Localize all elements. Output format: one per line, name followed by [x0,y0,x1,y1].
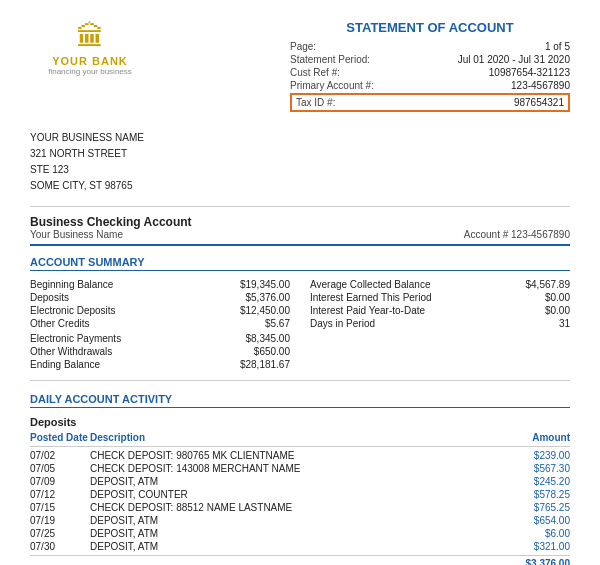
bank-tagline: financing your business [48,67,132,76]
cust-ref-row: Cust Ref #: 10987654-321123 [290,67,570,78]
activity-section: DAILY ACCOUNT ACTIVITY Deposits Posted D… [30,393,570,565]
bank-name: YOUR BANK [52,55,128,67]
col-date-header: Posted Date [30,432,90,443]
tax-id-value: 987654321 [514,97,564,108]
page-value: 1 of 5 [545,41,570,52]
col-desc-header: Description [90,432,500,443]
page-row: Page: 1 of 5 [290,41,570,52]
address-line2: 321 NORTH STREET [30,146,570,162]
period-row: Statement Period: Jul 01 2020 - Jul 31 2… [290,54,570,65]
table-row: 07/12DEPOSIT, COUNTER$578.25 [30,488,570,501]
period-value: Jul 01 2020 - Jul 31 2020 [458,54,570,65]
activity-section-header: DAILY ACCOUNT ACTIVITY [30,393,570,408]
deposits-total: $3,376.00 [500,558,570,565]
summary-row: Deposits$5,376.00 [30,292,290,303]
deposits-table-body: 07/02CHECK DEPOSIT: 980765 MK CLIENTNAME… [30,449,570,553]
bank-icon: 🏛 [76,20,104,53]
summary-row: Ending Balance$28,181.67 [30,359,290,370]
summary-row: Beginning Balance$19,345.00 [30,279,290,290]
summary-grid: Beginning Balance$19,345.00Deposits$5,37… [30,279,570,372]
page-header: 🏛 YOUR BANK financing your business STAT… [30,20,570,114]
address-line3: STE 123 [30,162,570,178]
cust-ref-value: 10987654-321123 [489,67,570,78]
account-number-value: 123-4567890 [511,229,570,240]
account-type: Business Checking Account [30,215,192,229]
deposits-total-row: $3,376.00 [30,555,570,565]
address-line1: YOUR BUSINESS NAME [30,130,570,146]
account-info-left: Business Checking Account Your Business … [30,215,192,240]
summary-row: Other Withdrawals$650.00 [30,346,290,357]
period-label: Statement Period: [290,54,370,65]
tax-id-label: Tax ID #: [296,97,335,108]
divider-2 [30,380,570,381]
account-number-label: Account # [464,229,508,240]
address-line4: SOME CITY, ST 98765 [30,178,570,194]
divider-1 [30,206,570,207]
summary-section-header: ACCOUNT SUMMARY [30,256,570,271]
summary-right-col: Average Collected Balance$4,567.89Intere… [310,279,570,372]
summary-row: Average Collected Balance$4,567.89 [310,279,570,290]
summary-row: Interest Paid Year-to-Date$0.00 [310,305,570,316]
page-label: Page: [290,41,316,52]
tax-id-row: Tax ID #: 987654321 [290,93,570,112]
statement-heading: STATEMENT OF ACCOUNT [290,20,570,35]
table-row: 07/25DEPOSIT, ATM$6.00 [30,527,570,540]
table-row: 07/05CHECK DEPOSIT: 143008 MERCHANT NAME… [30,462,570,475]
summary-row: Electronic Payments$8,345.00 [30,333,290,344]
summary-row: Days in Period31 [310,318,570,329]
summary-row: Interest Earned This Period$0.00 [310,292,570,303]
address-section: YOUR BUSINESS NAME 321 NORTH STREET STE … [30,130,570,194]
bank-logo: 🏛 YOUR BANK financing your business [30,20,150,76]
statement-title: STATEMENT OF ACCOUNT [290,20,570,35]
primary-acct-label: Primary Account #: [290,80,374,91]
summary-row: Other Credits$5.67 [30,318,290,329]
deposits-table-header: Posted Date Description Amount [30,432,570,447]
table-row: 07/09DEPOSIT, ATM$245.20 [30,475,570,488]
divider-thick-1 [30,244,570,246]
cust-ref-label: Cust Ref #: [290,67,340,78]
table-row: 07/19DEPOSIT, ATM$654.00 [30,514,570,527]
table-row: 07/15CHECK DEPOSIT: 88512 NAME LASTNAME$… [30,501,570,514]
account-owner: Your Business Name [30,229,192,240]
col-amount-header: Amount [500,432,570,443]
account-number: Account # 123-4567890 [464,229,570,240]
statement-info: STATEMENT OF ACCOUNT Page: 1 of 5 Statem… [290,20,570,114]
primary-acct-value: 123-4567890 [511,80,570,91]
table-row: 07/02CHECK DEPOSIT: 980765 MK CLIENTNAME… [30,449,570,462]
summary-row: Electronic Deposits$12,450.00 [30,305,290,316]
table-row: 07/30DEPOSIT, ATM$321.00 [30,540,570,553]
summary-left-col: Beginning Balance$19,345.00Deposits$5,37… [30,279,290,372]
deposits-subtitle: Deposits [30,416,570,428]
account-title-section: Business Checking Account Your Business … [30,215,570,240]
primary-acct-row: Primary Account #: 123-4567890 [290,80,570,91]
